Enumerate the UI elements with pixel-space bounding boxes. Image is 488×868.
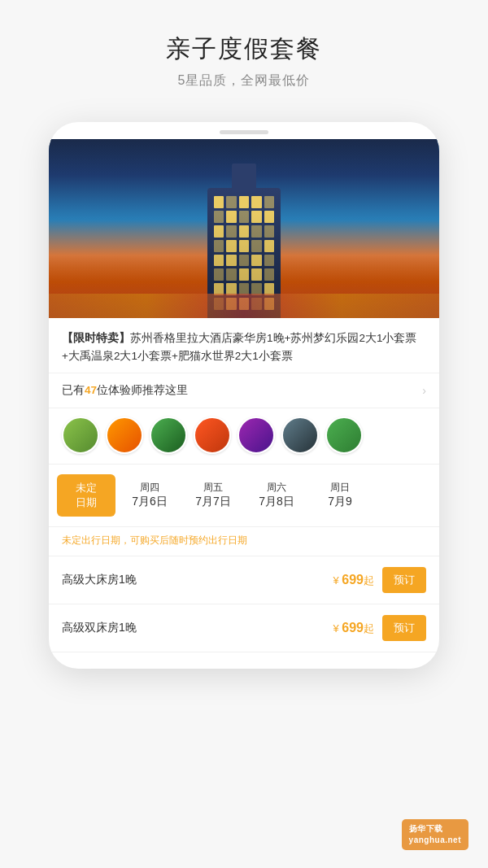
- price-symbol-2: ¥: [333, 622, 342, 635]
- avatar: [325, 417, 363, 454]
- hotel-name: 苏州香格里拉大酒店: [130, 332, 233, 344]
- reviews-suffix: 位体验师推荐这里: [97, 384, 188, 396]
- avatar: [150, 417, 187, 454]
- book-button-2[interactable]: 预订: [382, 615, 426, 641]
- page-subtitle: 5星品质，全网最低价: [16, 72, 472, 89]
- hotel-image-overlay: [49, 139, 439, 318]
- avatar: [194, 417, 231, 454]
- logo-line1: 扬华下载: [409, 823, 461, 835]
- chevron-right-icon: ›: [422, 384, 426, 397]
- avatar: [62, 417, 99, 454]
- room-price-2: ¥ 699起: [333, 621, 374, 636]
- page-title: 亲子度假套餐: [16, 33, 472, 66]
- avatar: [281, 417, 319, 454]
- room-name-2: 高级双床房1晚: [62, 621, 333, 635]
- room-row-1: 高级大床房1晚 ¥ 699起 预订: [49, 556, 439, 604]
- hotel-tag: 【限时特卖】: [62, 332, 130, 344]
- book-button-1[interactable]: 预订: [382, 567, 426, 593]
- date-item-sun[interactable]: 周日 7月9: [311, 474, 369, 517]
- date-item-undecided[interactable]: 未定 日期: [57, 474, 115, 517]
- avatar: [106, 417, 143, 454]
- price-symbol-1: ¥: [333, 574, 342, 587]
- date-item-thu[interactable]: 周四 7月6日: [120, 474, 179, 517]
- reviews-prefix: 已有: [62, 384, 85, 396]
- page-background: 亲子度假套餐 5星品质，全网最低价: [0, 0, 488, 868]
- room-row-2: 高级双床房1晚 ¥ 699起 预订: [49, 604, 439, 652]
- phone-mockup: 【限时特卖】苏州香格里拉大酒店豪华房1晚+苏州梦幻乐园2大1小套票+大禹温泉2大…: [49, 122, 439, 669]
- reviews-row[interactable]: 已有47位体验师推荐这里 ›: [49, 373, 439, 408]
- date-note: 未定出行日期，可购买后随时预约出行日期: [49, 527, 439, 556]
- phone-notch: [220, 130, 268, 134]
- phone-notch-bar: [49, 122, 439, 139]
- avatars-row: [49, 408, 439, 465]
- hotel-description: 【限时特卖】苏州香格里拉大酒店豪华房1晚+苏州梦幻乐园2大1小套票+大禹温泉2大…: [49, 318, 439, 373]
- avatar: [237, 417, 275, 454]
- header-section: 亲子度假套餐 5星品质，全网最低价: [0, 0, 488, 106]
- room-price-1: ¥ 699起: [333, 573, 374, 588]
- hotel-image: [49, 139, 439, 318]
- room-name-1: 高级大床房1晚: [62, 573, 333, 587]
- reviews-text: 已有47位体验师推荐这里: [62, 383, 422, 398]
- reviews-count: 47: [85, 384, 97, 396]
- bottom-logo: 扬华下载 yanghua.net: [402, 819, 468, 850]
- date-item-fri[interactable]: 周五 7月7日: [184, 474, 242, 517]
- date-selector: 未定 日期 周四 7月6日 周五 7月7日 周六 7月8日 周日 7月9: [49, 465, 439, 527]
- date-item-sat[interactable]: 周六 7月8日: [247, 474, 306, 517]
- logo-line2: yanghua.net: [409, 835, 461, 846]
